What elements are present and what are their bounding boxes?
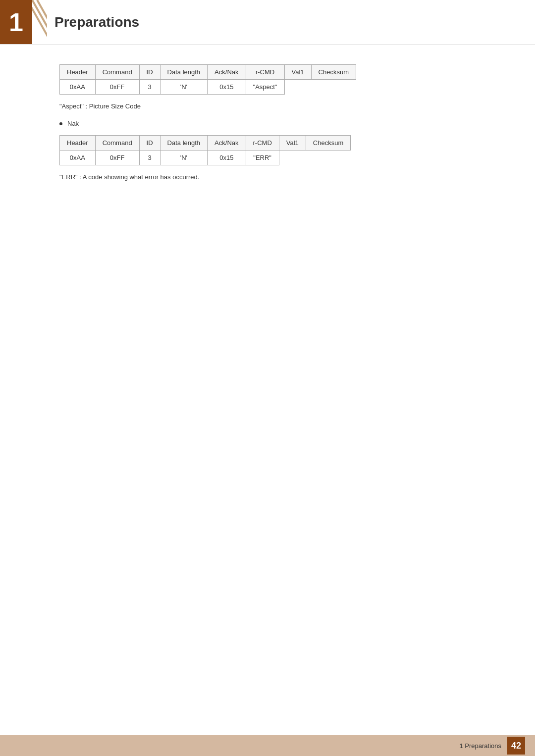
- ack-cell-ack-nak: 'N': [160, 80, 208, 95]
- chapter-number-block: 1: [0, 0, 32, 44]
- page-header: 1 Preparations: [0, 0, 535, 45]
- bullet-dot-icon: [59, 122, 62, 125]
- main-content: Header Command ID Data length Ack/Nak r-…: [0, 45, 535, 220]
- footer-section-label: 1 Preparations: [459, 742, 501, 750]
- nak-col-header-data-length: Data length: [160, 136, 208, 151]
- nak-col-header-id: ID: [139, 136, 160, 151]
- nak-cell-r-cmd: 0x15: [208, 151, 246, 165]
- nak-cell-ack-nak: 'N': [160, 151, 208, 165]
- nak-cell-command: 0xFF: [95, 151, 139, 165]
- ack-table: Header Command ID Data length Ack/Nak r-…: [59, 64, 356, 95]
- ack-cell-data-length: 3: [139, 80, 160, 95]
- footer-page-number: 42: [507, 737, 525, 755]
- nak-table-container: Header Command ID Data length Ack/Nak r-…: [59, 135, 476, 165]
- nak-cell-header: 0xAA: [60, 151, 96, 165]
- nak-col-header-val1: Val1: [279, 136, 306, 151]
- col-header-r-cmd: r-CMD: [246, 65, 284, 80]
- ack-note: "Aspect" : Picture Size Code: [59, 102, 476, 110]
- chapter-number: 1: [9, 9, 23, 35]
- nak-note: "ERR" : A code showing what error has oc…: [59, 173, 476, 181]
- nak-bullet-item: Nak: [59, 120, 476, 127]
- nak-col-header-ack-nak: Ack/Nak: [208, 136, 246, 151]
- diagonal-lines-decoration: [32, 0, 47, 44]
- chapter-title: Preparations: [54, 14, 139, 30]
- nak-col-header-command: Command: [95, 136, 139, 151]
- ack-cell-val1: "Aspect": [246, 80, 284, 95]
- ack-cell-header: 0xAA: [60, 80, 96, 95]
- page-footer: 1 Preparations 42: [0, 735, 535, 756]
- col-header-ack-nak: Ack/Nak: [208, 65, 246, 80]
- col-header-val1: Val1: [284, 65, 311, 80]
- nak-col-header-checksum: Checksum: [306, 136, 350, 151]
- col-header-command: Command: [95, 65, 139, 80]
- col-header-id: ID: [139, 65, 160, 80]
- col-header-checksum: Checksum: [311, 65, 356, 80]
- ack-cell-command: 0xFF: [95, 80, 139, 95]
- nak-col-header-header: Header: [60, 136, 96, 151]
- col-header-header: Header: [60, 65, 96, 80]
- nak-col-header-r-cmd: r-CMD: [246, 136, 279, 151]
- nak-table: Header Command ID Data length Ack/Nak r-…: [59, 135, 351, 165]
- ack-table-container: Header Command ID Data length Ack/Nak r-…: [59, 64, 476, 95]
- nak-label: Nak: [67, 120, 79, 127]
- col-header-data-length: Data length: [160, 65, 208, 80]
- ack-cell-r-cmd: 0x15: [208, 80, 246, 95]
- nak-cell-data-length: 3: [139, 151, 160, 165]
- nak-cell-val1: "ERR": [246, 151, 279, 165]
